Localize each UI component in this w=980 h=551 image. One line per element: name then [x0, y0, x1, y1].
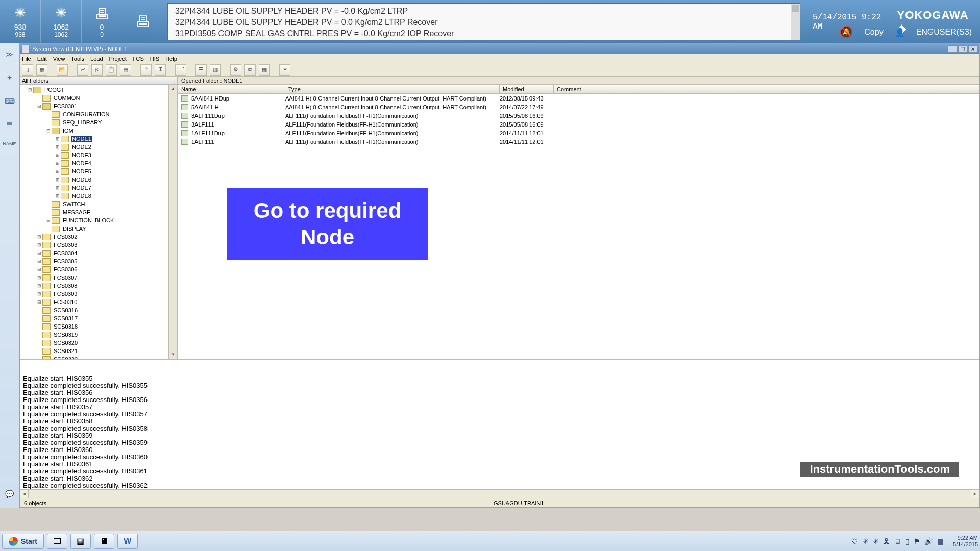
tree-item[interactable]: DISPLAY: [22, 224, 177, 233]
tree-item[interactable]: CONFIGURATION: [22, 110, 177, 118]
tree-twisty-icon[interactable]: ⊟: [36, 104, 42, 109]
alarm-silence-icon[interactable]: 🔕: [839, 26, 853, 39]
menu-his[interactable]: HIS: [150, 56, 159, 62]
tray-icon[interactable]: ✳: [863, 537, 869, 545]
printer-icon[interactable]: 🖶 0 0: [82, 0, 122, 43]
tb-btn[interactable]: ⋮⋮: [175, 64, 186, 76]
tree-item[interactable]: ⊟PCOGT: [22, 86, 177, 94]
tree-item[interactable]: ⊞FCS0310: [22, 298, 177, 306]
menu-load[interactable]: Load: [90, 56, 103, 62]
list-row[interactable]: 1ALF111DupALF111(Foundation Fieldbus(FF-…: [178, 129, 979, 137]
tb-up-button[interactable]: ↥: [140, 64, 152, 76]
tb-btn[interactable]: ▯: [22, 64, 33, 76]
tree-item[interactable]: ⊞FCS0307: [22, 273, 177, 282]
tree-item[interactable]: ⊟FCS0301: [22, 102, 177, 110]
tree-item[interactable]: ⊞FCS0308: [22, 282, 177, 290]
taskbar-app[interactable]: 🗔: [47, 534, 67, 549]
list-row[interactable]: 5AAI841-HAAI841-H( 8-Channel Current Inp…: [178, 103, 979, 111]
close-button[interactable]: ✕: [968, 45, 977, 53]
tray-clock[interactable]: 9:22 AM 5/14/2015: [948, 535, 978, 547]
tree-twisty-icon[interactable]: ⊞: [36, 291, 42, 296]
tree-item[interactable]: ⊞FCS0303: [22, 241, 177, 249]
list-body[interactable]: 5AAI841-HDupAAI841-H( 8-Channel Current …: [178, 94, 979, 359]
rail-keyboard-icon[interactable]: ⌨: [3, 94, 16, 108]
tray-icon[interactable]: ▦: [937, 537, 944, 545]
rail-chat-icon[interactable]: 💬: [3, 487, 16, 500]
tree-twisty-icon[interactable]: ⊞: [45, 218, 52, 223]
list-row[interactable]: 3ALF111DupALF111(Foundation Fieldbus(FF-…: [178, 111, 979, 120]
menu-view[interactable]: View: [53, 56, 65, 62]
rail-collapse-icon[interactable]: ≫: [3, 47, 16, 61]
tree-item[interactable]: MESSAGE: [22, 208, 177, 216]
tree-item[interactable]: SCS0316: [22, 306, 177, 314]
tb-btn[interactable]: ▥: [210, 64, 221, 76]
tb-btn[interactable]: ⚙: [230, 64, 241, 76]
tb-btn[interactable]: ▤: [120, 64, 131, 76]
printer2-icon[interactable]: 🖶: [122, 0, 163, 43]
tree-twisty-icon[interactable]: ⊞: [55, 136, 61, 141]
rail-grid-icon[interactable]: ▦: [3, 118, 16, 131]
tb-btn[interactable]: ✶: [279, 64, 290, 76]
menu-help[interactable]: Help: [165, 56, 177, 62]
taskbar-app[interactable]: 🖥: [94, 534, 114, 549]
tree-twisty-icon[interactable]: ⊟: [27, 87, 33, 92]
tree-item[interactable]: ⊞FCS0306: [22, 265, 177, 273]
tray-network-icon[interactable]: 🖧: [883, 537, 890, 545]
tree-item[interactable]: ⊞FCS0309: [22, 290, 177, 298]
tb-open-button[interactable]: 📂: [57, 64, 68, 76]
hscroll-right-icon[interactable]: ►: [971, 490, 979, 498]
copy-label[interactable]: Copy: [864, 28, 883, 37]
tb-down-button[interactable]: ↧: [155, 64, 166, 76]
hscroll-track[interactable]: [29, 490, 971, 498]
tree-item[interactable]: ⊞NODE2: [22, 143, 177, 151]
tree-twisty-icon[interactable]: ⊞: [55, 193, 61, 198]
tree-twisty-icon[interactable]: ⊞: [36, 234, 42, 239]
tree[interactable]: ⊟PCOGTCOMMON⊟FCS0301CONFIGURATIONSEQ_LIB…: [20, 85, 177, 359]
tb-paste-button[interactable]: 📋: [106, 64, 117, 76]
menu-edit[interactable]: Edit: [37, 56, 47, 62]
tree-twisty-icon[interactable]: ⊞: [55, 185, 61, 190]
message-pane[interactable]: Equalize start. HIS0355Equalize complete…: [20, 359, 979, 489]
tree-twisty-icon[interactable]: ⊞: [36, 283, 42, 288]
tray-icon[interactable]: ✳: [873, 537, 879, 545]
tree-twisty-icon[interactable]: ⊞: [36, 251, 42, 256]
tree-item[interactable]: ⊟IOM: [22, 127, 177, 135]
tree-twisty-icon[interactable]: ⊞: [36, 259, 42, 264]
tree-item[interactable]: SCS0320: [22, 339, 177, 347]
col-name[interactable]: Name: [178, 85, 285, 93]
tree-twisty-icon[interactable]: ⊞: [55, 161, 61, 166]
col-type[interactable]: Type: [285, 85, 500, 93]
tree-item[interactable]: SCS0318: [22, 322, 177, 331]
tree-item[interactable]: ⊞NODE1: [22, 135, 177, 143]
tray-icon[interactable]: ▯: [905, 537, 910, 545]
tree-item[interactable]: SCS0321: [22, 347, 177, 355]
tree-twisty-icon[interactable]: ⊞: [36, 275, 42, 280]
tree-item[interactable]: SCS0319: [22, 331, 177, 339]
tb-btn[interactable]: ▦: [36, 64, 47, 76]
tree-item[interactable]: ⊞FCS0302: [22, 233, 177, 241]
log-scrollbar[interactable]: [791, 4, 800, 40]
tree-item[interactable]: ⊞NODE3: [22, 151, 177, 159]
tree-twisty-icon[interactable]: ⊟: [45, 128, 52, 133]
tree-twisty-icon[interactable]: ⊞: [55, 144, 61, 149]
tree-item[interactable]: ⊞NODE6: [22, 176, 177, 184]
menu-tools[interactable]: Tools: [71, 56, 84, 62]
tb-btn[interactable]: ▦: [259, 64, 270, 76]
tray-volume-icon[interactable]: 🔊: [924, 537, 933, 545]
tree-item[interactable]: ⊞NODE5: [22, 167, 177, 176]
tb-btn[interactable]: ☰: [195, 64, 207, 76]
titlebar[interactable]: System View (CENTUM VP) - NODE1 _ ❐ ✕: [20, 44, 979, 54]
tree-twisty-icon[interactable]: ⊞: [55, 153, 61, 158]
taskbar-word[interactable]: W: [117, 534, 138, 549]
tb-cut-button[interactable]: ✂: [77, 64, 88, 76]
tree-twisty-icon[interactable]: ⊞: [36, 267, 42, 272]
tree-item[interactable]: ⊞NODE8: [22, 192, 177, 200]
tree-item[interactable]: ⊞NODE7: [22, 184, 177, 192]
start-button[interactable]: Start: [2, 534, 44, 549]
minimize-button[interactable]: _: [948, 45, 957, 53]
tree-item[interactable]: COMMON: [22, 94, 177, 102]
taskbar-app[interactable]: ▦: [70, 534, 91, 549]
tree-item[interactable]: SCS0322: [22, 355, 177, 359]
list-row[interactable]: 5AAI841-HDupAAI841-H( 8-Channel Current …: [178, 94, 979, 103]
tb-copy-button[interactable]: ⎘: [91, 64, 103, 76]
